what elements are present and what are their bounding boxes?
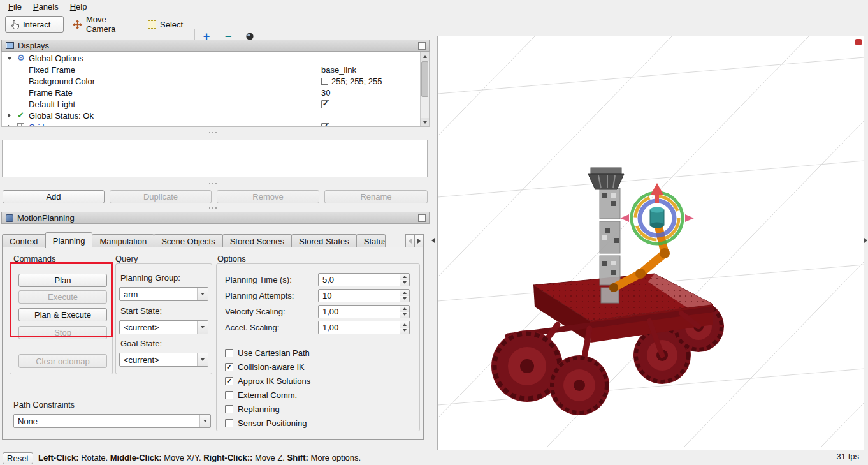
accel-scaling-spinbox[interactable]: 1,00: [318, 321, 410, 334]
interact-hand-icon: [11, 20, 19, 29]
use-cartesian-path-row[interactable]: Use Cartesian Path: [225, 348, 310, 358]
path-constraints-dropdown[interactable]: None: [13, 414, 211, 428]
plan-and-execute-button[interactable]: Plan & Execute: [18, 308, 107, 321]
tab-stored-states[interactable]: Stored States: [291, 234, 357, 248]
dropdown-arrow-icon: [199, 415, 210, 427]
tab-stored-scenes[interactable]: Stored Scenes: [222, 234, 292, 248]
reset-button[interactable]: Reset: [3, 452, 33, 464]
clear-octomap-button[interactable]: Clear octomap: [18, 354, 107, 368]
sensor-positioning-row[interactable]: Sensor Positioning: [225, 418, 307, 428]
add-button[interactable]: Add: [3, 190, 105, 203]
splitter-handle[interactable]: [209, 183, 217, 184]
spinbox-arrows[interactable]: [400, 290, 409, 302]
select-tool-button[interactable]: Select: [143, 16, 191, 33]
displays-tree: ⚙ Global Options Fixed Frame base_link B…: [1, 52, 430, 127]
duplicate-button[interactable]: Duplicate: [110, 190, 212, 203]
stop-button[interactable]: Stop: [18, 326, 107, 339]
displays-empty-panel: [2, 140, 428, 177]
tree-row-grid[interactable]: Grid: [2, 121, 429, 127]
spinbox-arrows[interactable]: [400, 274, 409, 286]
displays-panel-title: Displays: [18, 41, 49, 50]
start-state-label: Start State:: [120, 306, 162, 316]
planning-group-dropdown[interactable]: arm: [119, 287, 208, 301]
tab-manipulation[interactable]: Manipulation: [92, 234, 154, 248]
options-group-label: Options: [217, 254, 246, 263]
splitter-handle[interactable]: [209, 207, 217, 209]
background-color-value[interactable]: 255; 255; 255: [321, 77, 382, 86]
scrollbar-thumb[interactable]: [421, 61, 428, 97]
spinbox-arrows[interactable]: [400, 306, 409, 318]
tree-row-label: Fixed Frame: [29, 65, 75, 75]
collapse-right-icon[interactable]: [864, 238, 867, 243]
execute-button[interactable]: Execute: [18, 290, 107, 304]
gear-icon: ⚙: [17, 53, 25, 63]
scroll-down-button[interactable]: [421, 118, 429, 126]
motionplanning-tabs: Context Planning Manipulation Scene Obje…: [2, 232, 405, 248]
planning-attempts-spinbox[interactable]: 10: [318, 289, 410, 302]
fixed-frame-value[interactable]: base_link: [321, 65, 356, 75]
move-camera-tool-button[interactable]: Move Camera: [68, 16, 139, 33]
use-cartesian-path-checkbox[interactable]: [225, 349, 233, 357]
menu-panels[interactable]: Panels: [27, 1, 64, 12]
mouse-help-text: Left-Click: Rotate. Middle-Click: Move X…: [38, 453, 361, 462]
approx-ik-solutions-checkbox[interactable]: [225, 377, 233, 385]
tab-status[interactable]: Status: [356, 234, 386, 248]
splitter-handle[interactable]: [209, 132, 217, 133]
tree-row-global-options[interactable]: ⚙ Global Options: [2, 52, 429, 64]
tree-scrollbar[interactable]: [420, 52, 429, 126]
planning-group-label: Planning Group:: [120, 273, 180, 283]
motionplanning-panel-header[interactable]: MotionPlanning: [1, 212, 430, 224]
sensor-positioning-checkbox[interactable]: [225, 419, 233, 427]
red-arrow-marker: [655, 195, 659, 203]
dropdown-arrow-icon: [197, 288, 208, 300]
tree-row-global-status[interactable]: ✓ Global Status: Ok: [2, 110, 429, 121]
tab-scroll-left-button[interactable]: [405, 234, 415, 247]
tab-scroll-right-button[interactable]: [414, 234, 424, 247]
velocity-scaling-spinbox[interactable]: 1,00: [318, 305, 410, 318]
scroll-up-button[interactable]: [421, 52, 429, 61]
menu-file[interactable]: File: [3, 1, 27, 12]
replanning-row[interactable]: Replanning: [225, 404, 280, 414]
external-comm-row[interactable]: External Comm.: [225, 390, 297, 400]
vertical-splitter-right[interactable]: [864, 36, 868, 450]
plan-button[interactable]: Plan: [18, 274, 107, 287]
interact-tool-label: Interact: [23, 20, 50, 29]
collision-aware-ik-checkbox[interactable]: [225, 363, 233, 371]
tab-scene-objects[interactable]: Scene Objects: [154, 234, 223, 248]
tree-row-default-light[interactable]: Default Light: [2, 98, 429, 110]
chevron-right-icon[interactable]: [8, 113, 11, 118]
checkbox-label: Approx IK Solutions: [238, 376, 310, 386]
tree-row-frame-rate[interactable]: Frame Rate 30: [2, 87, 429, 98]
tab-planning[interactable]: Planning: [45, 232, 93, 248]
interactive-marker[interactable]: [620, 183, 694, 244]
remove-button[interactable]: Remove: [217, 190, 319, 203]
3d-viewport[interactable]: [437, 36, 864, 450]
planning-time-spinbox[interactable]: 5,0: [318, 273, 410, 286]
default-light-checkbox[interactable]: [321, 100, 329, 108]
goal-state-dropdown[interactable]: <current>: [119, 353, 208, 367]
tab-context[interactable]: Context: [2, 234, 46, 248]
tree-row-fixed-frame[interactable]: Fixed Frame base_link: [2, 64, 429, 75]
tree-row-background-color[interactable]: Background Color 255; 255; 255: [2, 75, 429, 87]
status-ok-check-icon: ✓: [17, 110, 24, 120]
approx-ik-solutions-row[interactable]: Approx IK Solutions: [225, 376, 310, 386]
replanning-checkbox[interactable]: [225, 405, 233, 413]
frame-rate-value[interactable]: 30: [321, 88, 330, 98]
spinbox-arrows[interactable]: [400, 321, 409, 334]
vertical-splitter[interactable]: [430, 36, 437, 450]
menu-help[interactable]: Help: [64, 1, 93, 12]
grid-checkbox[interactable]: [321, 123, 329, 128]
collision-aware-ik-row[interactable]: Collision-aware IK: [225, 362, 305, 372]
rename-button[interactable]: Rename: [324, 190, 428, 203]
chevron-right-icon[interactable]: [8, 124, 11, 127]
collapse-left-icon[interactable]: [431, 238, 435, 243]
motionplanning-float-button[interactable]: [418, 214, 426, 222]
displays-panel-header[interactable]: Displays: [1, 40, 430, 52]
chevron-down-icon[interactable]: [7, 57, 12, 60]
external-comm-checkbox[interactable]: [225, 391, 233, 399]
start-state-dropdown[interactable]: <current>: [119, 320, 208, 334]
tree-row-label: Global Options: [29, 54, 83, 63]
query-group-label: Query: [115, 254, 138, 263]
displays-float-button[interactable]: [418, 42, 426, 50]
interact-tool-button[interactable]: Interact: [5, 16, 64, 33]
